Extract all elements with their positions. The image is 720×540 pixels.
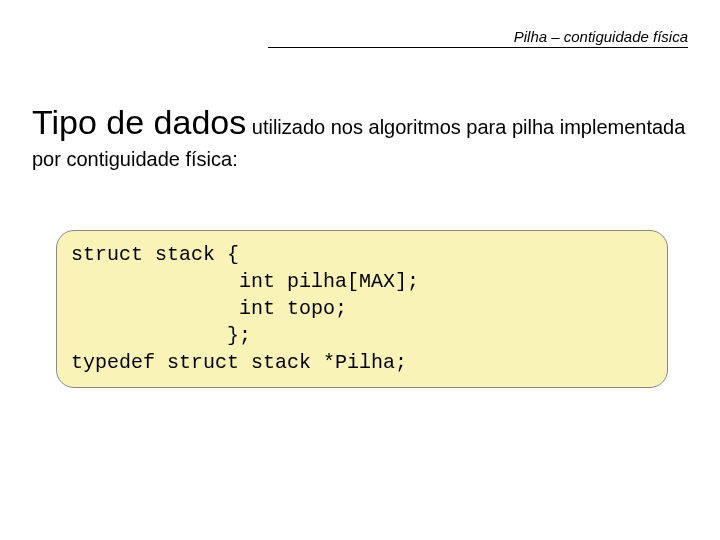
body-emphasis: Tipo de dados [32,103,246,141]
body-paragraph: Tipo de dados utilizado nos algoritmos p… [32,100,704,173]
body-line2: por contiguidade física: [32,148,238,170]
code-line-4: }; [71,324,251,347]
code-box: struct stack { int pilha[MAX]; int topo;… [56,230,668,388]
code-line-3: int topo; [71,297,347,320]
body-rest-line1: utilizado nos algoritmos para pilha impl… [246,116,685,138]
slide-header-title: Pilha – contiguidade física [268,28,688,45]
code-line-2: int pilha[MAX]; [71,270,419,293]
code-line-5: typedef struct stack *Pilha; [71,351,407,374]
slide-header: Pilha – contiguidade física [268,28,688,48]
slide: Pilha – contiguidade física Tipo de dado… [0,0,720,540]
code-line-1: struct stack { [71,243,239,266]
